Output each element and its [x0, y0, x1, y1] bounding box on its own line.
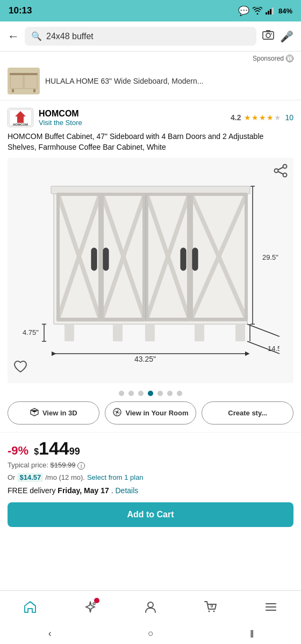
product-area: HOMCOM HOMCOM Visit the Store 4.2 ★★★★★ …	[0, 100, 301, 383]
discount-percentage: -9%	[8, 444, 28, 458]
signal-icon	[266, 7, 275, 14]
view-3d-label: View in 3D	[42, 409, 77, 417]
dot-7[interactable]	[177, 391, 182, 396]
svg-line-19	[278, 167, 283, 170]
svg-rect-6	[271, 33, 272, 34]
camera-search-icon[interactable]	[262, 28, 275, 44]
svg-text:43.25": 43.25"	[134, 355, 156, 363]
svg-rect-45	[64, 324, 74, 341]
back-button[interactable]: ←	[8, 30, 19, 43]
svg-point-67	[148, 602, 153, 608]
svg-rect-49	[235, 324, 245, 341]
dollar-sign: $	[34, 447, 39, 457]
seller-left: HOMCOM HOMCOM Visit the Store	[8, 108, 82, 127]
dot-5[interactable]	[157, 391, 163, 396]
typical-price-label: Typical price:	[8, 461, 48, 469]
messenger-icon: 💬	[238, 5, 249, 17]
typical-price-amount: $159.99	[51, 461, 76, 469]
banner-thumbnail	[8, 68, 40, 94]
sponsored-label: Sponsored	[253, 55, 284, 62]
review-count[interactable]: 10	[285, 113, 293, 122]
battery-level: 84%	[278, 7, 292, 15]
rating-row: 4.2 ★★★★★ 10	[231, 113, 293, 122]
typical-price-row: Typical price: $159.99 i	[8, 461, 293, 470]
nav-home[interactable]	[23, 600, 37, 614]
view-3d-button[interactable]: View in 3D	[8, 401, 99, 425]
pagination-dots	[0, 383, 301, 401]
typical-price-info[interactable]: i	[77, 462, 85, 470]
svg-rect-22	[51, 186, 250, 194]
svg-rect-41	[103, 248, 109, 270]
monthly-plan-row: Or $14.57 /mo (12 mo). Select from 1 pla…	[8, 473, 293, 482]
dot-1[interactable]	[119, 391, 124, 396]
nav-menu[interactable]	[264, 600, 278, 614]
svg-rect-0	[266, 12, 267, 14]
sponsored-info-icon[interactable]: ⓘ	[286, 55, 293, 62]
svg-point-68	[209, 610, 210, 612]
android-home[interactable]: ○	[148, 628, 154, 639]
dot-2[interactable]	[128, 391, 134, 396]
rating-number: 4.2	[231, 113, 241, 122]
delivery-row: FREE delivery Friday, May 17 . Details	[8, 486, 293, 495]
search-query: 24x48 buffet	[46, 32, 250, 41]
price-integer: 144	[39, 438, 69, 459]
nav-badge	[94, 598, 99, 603]
search-input-wrap[interactable]: 🔍 24x48 buffet	[25, 27, 256, 46]
view-room-icon	[112, 407, 122, 419]
create-style-button[interactable]: Create sty...	[202, 401, 293, 425]
visit-store-link[interactable]: Visit the Store	[39, 119, 82, 127]
android-nav: ‹ ○ |||	[0, 623, 301, 644]
product-image: 43.25" 14.5" 29.5" 4.75"	[8, 158, 293, 383]
svg-text:HOMCOM: HOMCOM	[13, 123, 28, 126]
monthly-prefix: Or	[8, 473, 15, 481]
plan-link[interactable]: Select from 1 plan	[87, 473, 144, 481]
share-button[interactable]	[273, 163, 288, 181]
monthly-amount: $14.57	[17, 473, 43, 482]
svg-point-69	[213, 610, 215, 612]
nav-account[interactable]	[144, 600, 157, 614]
seller-row: HOMCOM HOMCOM Visit the Store 4.2 ★★★★★ …	[8, 108, 293, 127]
create-style-label: Create sty...	[228, 409, 267, 417]
svg-rect-1	[268, 11, 269, 14]
svg-text:29.5": 29.5"	[262, 253, 278, 261]
view-room-label: View in Your Room	[125, 409, 188, 417]
svg-rect-12	[33, 89, 35, 92]
view-room-button[interactable]: View in Your Room	[105, 401, 197, 425]
action-buttons: View in 3D View in Your Room Create sty.…	[0, 401, 301, 432]
delivery-link[interactable]: Details	[115, 486, 138, 495]
svg-text:4.75": 4.75"	[23, 328, 39, 336]
android-back[interactable]: ‹	[48, 628, 52, 639]
dot-3[interactable]	[138, 391, 144, 396]
svg-rect-43	[192, 248, 198, 270]
wifi-icon	[253, 7, 262, 14]
dot-4[interactable]	[148, 391, 153, 396]
monthly-suffix: /mo (12 mo).	[45, 473, 85, 481]
svg-rect-48	[195, 324, 204, 341]
mic-icon[interactable]: 🎤	[280, 30, 293, 43]
android-recents[interactable]: |||	[250, 629, 253, 638]
delivery-day: Friday, May 17	[58, 486, 109, 495]
sponsored-top: Sponsored ⓘ	[0, 52, 301, 62]
add-to-cart-button[interactable]: Add to Cart	[8, 502, 293, 527]
sponsored-banner[interactable]: HULALA HOME 63" Wide Sideboard, Modern..…	[0, 62, 301, 100]
add-to-cart-label: Add to Cart	[127, 510, 174, 519]
seller-info: HOMCOM Visit the Store	[39, 109, 82, 127]
svg-rect-8	[11, 75, 23, 88]
svg-point-5	[266, 33, 270, 38]
svg-rect-40	[91, 248, 97, 270]
delivery-prefix: FREE delivery	[8, 486, 55, 495]
product-title: HOMCOM Buffet Cabinet, 47" Sideboard wit…	[8, 131, 293, 152]
svg-text:14.5": 14.5"	[268, 345, 280, 353]
svg-line-20	[278, 172, 283, 174]
nav-cart[interactable]: 9	[204, 600, 218, 614]
svg-rect-46	[113, 324, 123, 341]
bottom-nav: 9	[0, 590, 301, 623]
dot-6[interactable]	[167, 391, 173, 396]
price-cents: 99	[69, 446, 80, 457]
svg-point-17	[275, 169, 278, 173]
svg-rect-47	[145, 324, 155, 341]
svg-point-18	[283, 173, 287, 177]
wishlist-button[interactable]	[13, 359, 28, 378]
nav-spark[interactable]	[83, 600, 97, 614]
svg-rect-3	[272, 8, 274, 14]
